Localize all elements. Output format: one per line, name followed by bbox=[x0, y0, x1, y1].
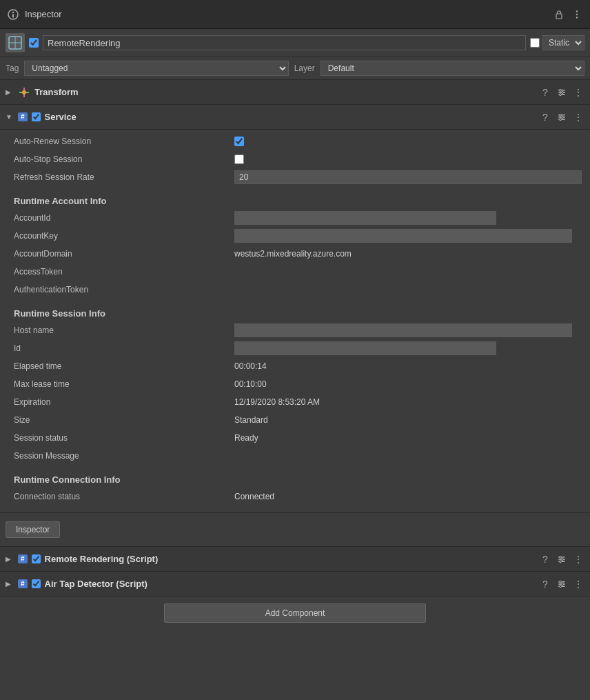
air-tap-help-btn[interactable]: ? bbox=[539, 578, 551, 590]
account-key-row: AccountKey bbox=[0, 227, 590, 245]
account-id-input[interactable] bbox=[234, 211, 496, 225]
game-object-icon bbox=[6, 33, 25, 52]
runtime-account-info-header: Runtime Account Info bbox=[0, 190, 590, 209]
connection-status-value: Connected bbox=[234, 492, 582, 501]
remote-rendering-script-name: Remote Rendering (Script) bbox=[45, 554, 535, 564]
title-bar: Inspector bbox=[0, 0, 590, 29]
inspector-icon bbox=[7, 8, 19, 21]
account-domain-row: AccountDomain westus2.mixedreality.azure… bbox=[0, 245, 590, 263]
service-tune-btn[interactable] bbox=[556, 111, 568, 123]
size-label: Size bbox=[14, 415, 234, 425]
object-header: Static bbox=[0, 29, 590, 57]
refresh-rate-row: Refresh Session Rate bbox=[0, 168, 590, 186]
air-tap-script-name: Air Tap Detector (Script) bbox=[45, 579, 535, 589]
air-tap-menu-btn[interactable]: ⋮ bbox=[572, 578, 584, 590]
transform-menu-btn[interactable]: ⋮ bbox=[572, 86, 584, 99]
id-label: Id bbox=[14, 343, 234, 353]
auto-stop-label: Auto-Stop Session bbox=[14, 154, 234, 164]
auto-renew-label: Auto-Renew Session bbox=[14, 137, 234, 146]
layer-select[interactable]: Default bbox=[321, 61, 584, 76]
remote-rendering-enabled-checkbox[interactable] bbox=[32, 554, 41, 563]
air-tap-detector-script-header[interactable]: ▶ # Air Tap Detector (Script) ? ⋮ bbox=[0, 572, 590, 597]
remote-rendering-menu-btn[interactable]: ⋮ bbox=[572, 553, 584, 566]
account-domain-label: AccountDomain bbox=[14, 249, 234, 259]
svg-point-31 bbox=[562, 558, 564, 560]
refresh-rate-input[interactable] bbox=[234, 170, 582, 184]
svg-point-36 bbox=[560, 581, 562, 583]
svg-point-26 bbox=[560, 118, 562, 120]
title-bar-title: Inspector bbox=[25, 9, 553, 19]
account-key-label: AccountKey bbox=[14, 231, 234, 241]
tag-select[interactable]: Untagged bbox=[24, 61, 288, 76]
host-name-label: Host name bbox=[14, 326, 234, 335]
tag-layer-row: Tag Untagged Layer Default bbox=[0, 57, 590, 80]
air-tap-tune-btn[interactable] bbox=[556, 578, 568, 590]
session-message-label: Session Message bbox=[14, 451, 234, 461]
svg-point-18 bbox=[560, 89, 562, 91]
auto-renew-checkbox[interactable] bbox=[234, 137, 244, 146]
svg-rect-2 bbox=[12, 14, 14, 17]
expiration-row: Expiration 12/19/2020 8:53:20 AM bbox=[0, 393, 590, 411]
menu-icon[interactable] bbox=[571, 8, 583, 21]
remote-rendering-tune-btn[interactable] bbox=[556, 553, 568, 566]
account-id-label: AccountId bbox=[14, 213, 234, 223]
max-lease-time-row: Max lease time 00:10:00 bbox=[0, 375, 590, 393]
svg-rect-3 bbox=[556, 14, 562, 19]
session-status-value: Ready bbox=[234, 433, 582, 443]
size-row: Size Standard bbox=[0, 411, 590, 429]
session-status-label: Session status bbox=[14, 433, 234, 443]
air-tap-enabled-checkbox[interactable] bbox=[32, 579, 41, 588]
service-body: Auto-Renew Session Auto-Stop Session Ref… bbox=[0, 130, 590, 512]
transform-help-btn[interactable]: ? bbox=[539, 86, 551, 99]
static-checkbox[interactable] bbox=[530, 38, 540, 48]
id-row: Id bbox=[0, 339, 590, 357]
account-domain-value: westus2.mixedreality.azure.com bbox=[234, 249, 582, 259]
service-enabled-checkbox[interactable] bbox=[32, 112, 41, 121]
inspector-tab-button[interactable]: Inspector bbox=[6, 521, 60, 538]
elapsed-time-row: Elapsed time 00:00:14 bbox=[0, 357, 590, 375]
runtime-connection-info-header: Runtime Connection Info bbox=[0, 469, 590, 488]
transform-tune-btn[interactable] bbox=[556, 86, 568, 99]
remote-rendering-actions: ? ⋮ bbox=[539, 553, 584, 566]
service-expand-arrow: ▼ bbox=[6, 113, 14, 121]
air-tap-actions: ? ⋮ bbox=[539, 578, 584, 590]
transform-expand-arrow: ▶ bbox=[6, 88, 14, 96]
host-name-row: Host name bbox=[0, 321, 590, 339]
service-menu-btn[interactable]: ⋮ bbox=[572, 111, 584, 123]
service-help-btn[interactable]: ? bbox=[539, 111, 551, 123]
svg-point-32 bbox=[560, 560, 562, 562]
remote-rendering-hash-icon: # bbox=[18, 554, 28, 563]
transform-actions: ? ⋮ bbox=[539, 86, 584, 99]
object-active-checkbox[interactable] bbox=[29, 38, 39, 48]
auto-stop-checkbox[interactable] bbox=[234, 154, 244, 164]
svg-point-25 bbox=[562, 116, 564, 118]
svg-point-19 bbox=[562, 91, 564, 93]
remote-rendering-expand-arrow: ▶ bbox=[6, 555, 14, 563]
session-message-row: Session Message bbox=[0, 447, 590, 465]
transform-header[interactable]: ▶ Transform ? ⋮ bbox=[0, 80, 590, 105]
host-name-input[interactable] bbox=[234, 323, 572, 337]
elapsed-time-value: 00:00:14 bbox=[234, 361, 582, 371]
max-lease-time-label: Max lease time bbox=[14, 379, 234, 389]
session-status-row: Session status Ready bbox=[0, 429, 590, 447]
svg-point-38 bbox=[560, 585, 562, 587]
svg-point-4 bbox=[576, 10, 578, 12]
transform-icon bbox=[18, 86, 30, 99]
svg-point-6 bbox=[576, 17, 578, 18]
id-input[interactable] bbox=[234, 341, 496, 355]
object-name-input[interactable] bbox=[43, 35, 526, 50]
service-header[interactable]: ▼ # Service ? ⋮ bbox=[0, 105, 590, 130]
remote-rendering-help-btn[interactable]: ? bbox=[539, 553, 551, 566]
lock-icon[interactable] bbox=[553, 8, 565, 21]
layer-label: Layer bbox=[294, 63, 315, 73]
air-tap-hash-icon: # bbox=[18, 579, 28, 588]
static-dropdown[interactable]: Static bbox=[542, 35, 584, 50]
remote-rendering-script-header[interactable]: ▶ # Remote Rendering (Script) ? ⋮ bbox=[0, 547, 590, 572]
expiration-value: 12/19/2020 8:53:20 AM bbox=[234, 397, 582, 407]
account-key-input[interactable] bbox=[234, 229, 572, 243]
elapsed-time-label: Elapsed time bbox=[14, 361, 234, 371]
add-component-button[interactable]: Add Component bbox=[164, 603, 426, 623]
connection-status-row: Connection status Connected bbox=[0, 488, 590, 506]
static-section: Static bbox=[530, 35, 584, 50]
auto-renew-row: Auto-Renew Session bbox=[0, 132, 590, 150]
